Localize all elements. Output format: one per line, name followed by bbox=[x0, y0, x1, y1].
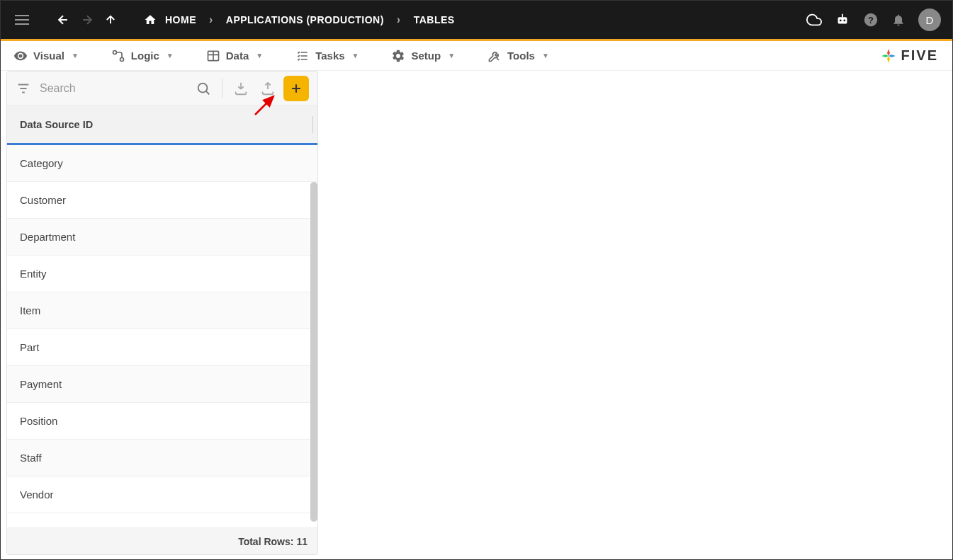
bell-icon[interactable] bbox=[891, 13, 906, 27]
filter-icon[interactable] bbox=[16, 81, 31, 96]
svg-point-8 bbox=[198, 83, 208, 92]
search-icon[interactable] bbox=[192, 77, 215, 100]
menu-label: Setup bbox=[411, 50, 441, 62]
chevron-right-icon: › bbox=[397, 13, 401, 26]
add-button[interactable] bbox=[283, 76, 309, 101]
home-icon bbox=[144, 13, 157, 26]
up-arrow-icon[interactable] bbox=[104, 13, 117, 26]
column-resize-handle[interactable] bbox=[312, 116, 313, 133]
table-row[interactable]: Part bbox=[7, 329, 317, 366]
eye-icon bbox=[13, 49, 28, 63]
robot-icon[interactable] bbox=[835, 12, 850, 28]
menu-label: Logic bbox=[131, 50, 159, 62]
panel-toolbar bbox=[7, 72, 317, 105]
chevron-down-icon: ▼ bbox=[72, 52, 79, 59]
breadcrumb: HOME › APPLICATIONS (PRODUCTION) › TABLE… bbox=[144, 13, 455, 26]
row-label: Category bbox=[20, 157, 63, 169]
row-label: Vendor bbox=[20, 488, 54, 501]
data-panel: Data Source ID Category Customer Departm… bbox=[6, 71, 318, 555]
brand-icon bbox=[880, 47, 897, 64]
table-icon bbox=[206, 49, 220, 63]
menu-label: Tasks bbox=[315, 50, 344, 62]
row-label: Position bbox=[20, 415, 57, 427]
menu-label: Visual bbox=[33, 50, 64, 62]
checklist-icon bbox=[295, 49, 310, 63]
svg-point-1 bbox=[840, 20, 842, 22]
table-row[interactable]: Customer bbox=[7, 182, 317, 219]
breadcrumb-tables[interactable]: TABLES bbox=[414, 14, 455, 25]
table-rows: Category Customer Department Entity Item… bbox=[7, 145, 317, 527]
table-row[interactable]: Position bbox=[7, 403, 317, 440]
menu-label: Data bbox=[226, 50, 249, 62]
brand-text: FIVE bbox=[901, 47, 938, 64]
breadcrumb-applications[interactable]: APPLICATIONS (PRODUCTION) bbox=[226, 14, 384, 25]
column-header[interactable]: Data Source ID bbox=[7, 105, 317, 145]
cloud-icon[interactable] bbox=[806, 12, 822, 28]
table-row[interactable]: Vendor bbox=[7, 476, 317, 513]
row-label: Part bbox=[20, 341, 40, 353]
table-row[interactable]: Category bbox=[7, 145, 317, 182]
footer-bar: Total Rows: 11 bbox=[7, 527, 317, 554]
svg-point-2 bbox=[843, 20, 845, 22]
menu-data[interactable]: Data ▼ bbox=[206, 49, 263, 63]
nav-arrows bbox=[56, 13, 117, 27]
chevron-down-icon: ▼ bbox=[167, 52, 174, 59]
svg-point-5 bbox=[113, 50, 116, 54]
chevron-right-icon: › bbox=[209, 13, 213, 26]
table-row[interactable]: Staff bbox=[7, 440, 317, 476]
chevron-down-icon: ▼ bbox=[542, 52, 549, 59]
chevron-down-icon: ▼ bbox=[256, 52, 263, 59]
table-row[interactable]: Department bbox=[7, 219, 317, 256]
menu-setup[interactable]: Setup ▼ bbox=[391, 49, 455, 63]
row-label: Department bbox=[20, 231, 75, 243]
svg-rect-0 bbox=[838, 17, 847, 23]
import-icon[interactable] bbox=[230, 77, 252, 100]
menu-visual[interactable]: Visual ▼ bbox=[13, 49, 79, 63]
column-header-label: Data Source ID bbox=[20, 119, 93, 130]
breadcrumb-home[interactable]: HOME bbox=[165, 14, 196, 25]
help-icon[interactable]: ? bbox=[863, 12, 879, 28]
scrollbar-thumb[interactable] bbox=[310, 182, 317, 522]
row-label: Entity bbox=[20, 268, 47, 280]
row-label: Item bbox=[20, 304, 40, 316]
search-input[interactable] bbox=[40, 82, 188, 95]
menu-logic[interactable]: Logic ▼ bbox=[111, 49, 174, 63]
avatar[interactable]: D bbox=[918, 8, 941, 31]
menu-label: Tools bbox=[507, 50, 535, 62]
chevron-down-icon: ▼ bbox=[448, 52, 455, 59]
table-row[interactable]: Entity bbox=[7, 256, 317, 292]
row-label: Customer bbox=[20, 194, 66, 206]
avatar-initial: D bbox=[926, 14, 934, 26]
header-right: ? D bbox=[806, 8, 941, 31]
top-header: HOME › APPLICATIONS (PRODUCTION) › TABLE… bbox=[1, 1, 952, 39]
svg-point-6 bbox=[120, 57, 123, 61]
svg-text:?: ? bbox=[868, 15, 874, 25]
chevron-down-icon: ▼ bbox=[352, 52, 359, 59]
divider bbox=[222, 79, 222, 98]
tools-icon bbox=[487, 49, 502, 63]
menu-tasks[interactable]: Tasks ▼ bbox=[295, 49, 359, 63]
gear-icon bbox=[391, 49, 405, 63]
forward-arrow-icon[interactable] bbox=[80, 13, 94, 27]
table-row[interactable]: Payment bbox=[7, 366, 317, 403]
menu-icon[interactable] bbox=[12, 12, 32, 28]
back-arrow-icon[interactable] bbox=[56, 13, 70, 27]
total-rows-value: 11 bbox=[296, 536, 308, 547]
row-label: Payment bbox=[20, 378, 62, 390]
row-label: Staff bbox=[20, 452, 42, 464]
table-row[interactable]: Item bbox=[7, 292, 317, 329]
total-rows-label: Total Rows: bbox=[238, 536, 293, 547]
menu-bar: Visual ▼ Logic ▼ Data ▼ Tasks ▼ Setup ▼ … bbox=[1, 41, 952, 71]
brand-logo: FIVE bbox=[880, 47, 938, 64]
export-icon[interactable] bbox=[256, 77, 279, 100]
logic-icon bbox=[111, 49, 125, 63]
menu-tools[interactable]: Tools ▼ bbox=[487, 49, 549, 63]
